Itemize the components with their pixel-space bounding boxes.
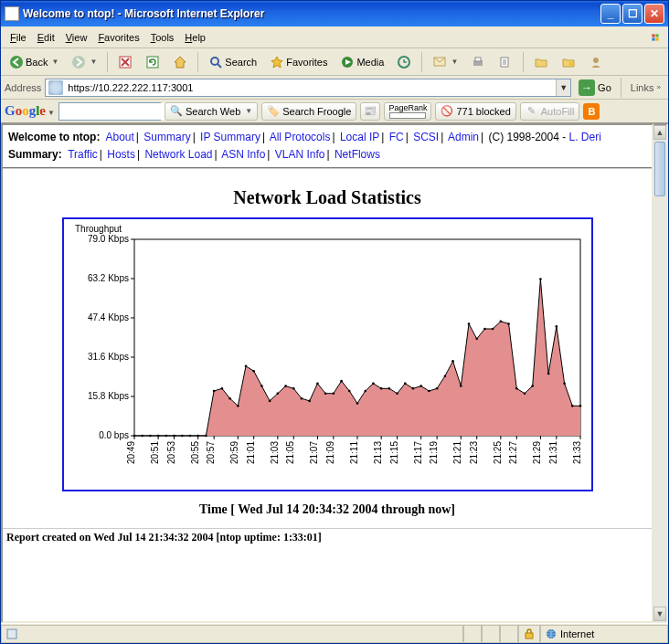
address-combo[interactable]: ▼ xyxy=(45,79,571,97)
nav-author[interactable]: L. Deri xyxy=(569,131,601,143)
menu-edit[interactable]: Edit xyxy=(32,30,60,45)
menu-help[interactable]: Help xyxy=(179,30,211,45)
svg-rect-0 xyxy=(652,34,654,37)
status-zone-cell[interactable]: Internet xyxy=(540,625,668,643)
svg-text:47.4 Kbps: 47.4 Kbps xyxy=(87,312,128,322)
address-label: Address xyxy=(5,82,41,93)
menu-favorites[interactable]: Favorites xyxy=(92,30,144,45)
history-button[interactable] xyxy=(392,52,416,72)
svg-point-71 xyxy=(443,375,446,378)
svg-point-79 xyxy=(507,323,510,326)
menu-file[interactable]: File xyxy=(5,30,32,45)
ntop-top-nav: Welcome to ntop: About| Summary| IP Summ… xyxy=(3,125,652,169)
svg-point-70 xyxy=(435,387,438,390)
autofill-button[interactable]: ✎ AutoFill xyxy=(520,102,580,121)
nav-all-protocols[interactable]: All Protocols xyxy=(270,131,331,143)
svg-text:21:03: 21:03 xyxy=(269,441,279,464)
scroll-thumb[interactable] xyxy=(654,142,665,196)
subnav-traffic[interactable]: Traffic xyxy=(68,148,98,161)
blocked-icon: 🚫 xyxy=(441,105,453,118)
google-logo-button[interactable]: Google▼ xyxy=(5,103,55,119)
nav-fc[interactable]: FC xyxy=(389,131,404,143)
stop-button[interactable] xyxy=(113,52,137,72)
svg-point-82 xyxy=(531,385,534,388)
mail-icon xyxy=(432,55,447,69)
print-button[interactable] xyxy=(466,52,490,72)
report-footer: Report created on Wed Jul 14 21:34:32 20… xyxy=(3,531,652,544)
search-web-button[interactable]: 🔍 Search Web ▼ xyxy=(165,102,258,121)
toolbar-divider xyxy=(421,52,422,72)
home-button[interactable] xyxy=(168,52,192,72)
svg-point-72 xyxy=(451,360,454,363)
pagerank-bar xyxy=(389,112,426,119)
svg-text:21:21: 21:21 xyxy=(452,441,462,464)
subnav-hosts[interactable]: Hosts xyxy=(107,148,135,161)
scroll-up-button[interactable]: ▲ xyxy=(653,125,666,140)
svg-text:20:49: 20:49 xyxy=(126,441,136,464)
subnav-network-load[interactable]: Network Load xyxy=(144,148,212,161)
vertical-scrollbar[interactable]: ▲ ▼ xyxy=(653,123,668,623)
scroll-down-button[interactable]: ▼ xyxy=(653,607,666,621)
nav-admin[interactable]: Admin xyxy=(448,131,479,143)
links-menu[interactable]: Links » xyxy=(627,82,664,93)
address-dropdown-button[interactable]: ▼ xyxy=(556,79,570,96)
subnav-netflows[interactable]: NetFlows xyxy=(334,148,380,161)
search-label: Search xyxy=(225,57,257,68)
svg-rect-1 xyxy=(655,34,658,37)
address-input[interactable] xyxy=(66,80,556,95)
globe-icon xyxy=(545,628,558,640)
svg-point-44 xyxy=(228,397,231,400)
subnav-asn-info[interactable]: ASN Info xyxy=(221,148,265,161)
svg-text:21:25: 21:25 xyxy=(492,441,502,464)
tag-icon: 🏷️ xyxy=(267,105,280,118)
minimize-button[interactable]: _ xyxy=(600,4,621,24)
svg-text:20:57: 20:57 xyxy=(206,441,216,464)
pagerank-button[interactable]: PageRank xyxy=(384,102,431,121)
discuss-button[interactable] xyxy=(529,52,553,72)
throughput-chart: Throughput0.0 bps15.8 Kbps31.6 Kbps47.4 … xyxy=(66,221,589,486)
search-froogle-button[interactable]: 🏷️ Search Froogle xyxy=(261,102,356,121)
mail-button[interactable]: ▼ xyxy=(428,52,462,72)
menu-tools[interactable]: Tools xyxy=(145,30,180,45)
nav-summary[interactable]: Summary xyxy=(143,131,190,143)
refresh-button[interactable] xyxy=(141,52,165,72)
back-button[interactable]: Back ▼ xyxy=(5,52,63,72)
status-cell-main xyxy=(1,625,463,643)
svg-point-60 xyxy=(356,403,358,406)
subnav-vlan-info[interactable]: VLAN Info xyxy=(275,148,325,161)
svg-point-33 xyxy=(141,435,143,438)
nav-local-ip[interactable]: Local IP xyxy=(340,131,379,143)
status-cell xyxy=(463,625,482,643)
nav-scsi[interactable]: SCSI xyxy=(413,131,439,143)
nav-ip-summary[interactable]: IP Summary xyxy=(200,131,260,143)
svg-point-53 xyxy=(300,397,303,400)
research-button[interactable] xyxy=(557,52,580,72)
window-title: Welcome to ntop! - Microsoft Internet Ex… xyxy=(23,7,599,20)
google-search-combo[interactable]: ▼ xyxy=(58,102,161,121)
svg-text:21:05: 21:05 xyxy=(285,441,295,464)
svg-point-63 xyxy=(379,387,382,390)
blogger-button[interactable]: B xyxy=(583,103,600,120)
news-button[interactable]: 📰 xyxy=(360,102,380,121)
svg-text:21:09: 21:09 xyxy=(324,441,334,464)
close-button[interactable]: ✕ xyxy=(644,4,664,24)
messenger-button[interactable] xyxy=(584,52,608,72)
edit-button[interactable] xyxy=(494,52,517,72)
chevron-down-icon: ▼ xyxy=(245,107,252,115)
svg-line-9 xyxy=(218,64,221,68)
maximize-button[interactable]: ☐ xyxy=(622,4,642,24)
go-button[interactable]: → Go xyxy=(575,79,615,97)
nav-about[interactable]: About xyxy=(105,131,133,143)
home-icon xyxy=(173,55,187,69)
svg-point-77 xyxy=(491,328,494,331)
svg-point-67 xyxy=(411,387,414,390)
forward-button[interactable]: ▼ xyxy=(67,52,101,72)
menu-view[interactable]: View xyxy=(60,30,93,45)
popup-blocked-button[interactable]: 🚫 771 blocked xyxy=(435,102,515,121)
media-button[interactable]: Media xyxy=(335,52,388,72)
favorites-button[interactable]: Favorites xyxy=(265,52,332,72)
stop-icon xyxy=(118,55,133,69)
svg-text:21:07: 21:07 xyxy=(309,441,319,464)
search-button[interactable]: Search xyxy=(204,52,261,72)
svg-text:21:17: 21:17 xyxy=(412,441,422,464)
